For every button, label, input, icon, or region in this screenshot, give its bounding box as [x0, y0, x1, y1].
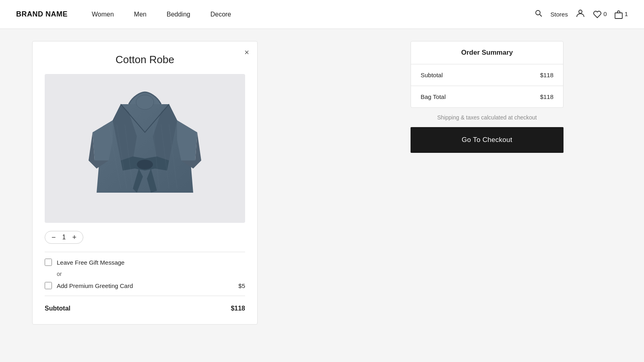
product-image — [45, 74, 245, 223]
header-right: Stores 0 1 — [535, 9, 628, 20]
summary-bag-total-row: Bag Total $118 — [411, 86, 563, 107]
wishlist-icon[interactable]: 0 — [593, 10, 607, 19]
gift-message-row: Leave Free Gift Message — [45, 259, 245, 266]
svg-line-1 — [540, 14, 542, 16]
account-icon[interactable] — [576, 9, 585, 20]
summary-subtotal-value: $118 — [540, 72, 553, 78]
gift-message-label[interactable]: Leave Free Gift Message — [57, 259, 245, 266]
greeting-card-row: Add Premium Greeting Card $5 — [45, 282, 245, 289]
nav-men[interactable]: Men — [134, 11, 147, 18]
nav-women[interactable]: Women — [92, 11, 114, 18]
quantity-stepper: − 1 + — [45, 231, 83, 244]
quantity-increase-button[interactable]: + — [72, 234, 76, 241]
order-summary-card: Order Summary Subtotal $118 Bag Total $1… — [411, 41, 564, 108]
order-summary-section: Order Summary Subtotal $118 Bag Total $1… — [411, 41, 564, 325]
divider-1 — [45, 252, 245, 252]
quantity-decrease-button[interactable]: − — [52, 234, 56, 241]
gift-message-checkbox[interactable] — [45, 259, 52, 266]
svg-point-11 — [136, 95, 154, 109]
quantity-value: 1 — [62, 234, 66, 241]
bag-icon[interactable]: 1 — [615, 10, 628, 19]
summary-subtotal-row: Subtotal $118 — [411, 64, 563, 86]
stores-link[interactable]: Stores — [551, 11, 568, 18]
order-summary-title: Order Summary — [411, 41, 563, 64]
nav-decore[interactable]: Decore — [211, 11, 231, 18]
svg-point-2 — [579, 10, 582, 13]
or-text: or — [57, 271, 245, 277]
cart-product-title: Cotton Robe — [45, 53, 245, 66]
close-button[interactable]: × — [244, 48, 249, 57]
cart-card: Cotton Robe × — [32, 41, 258, 325]
brand-name: BRAND NAME — [16, 10, 68, 19]
divider-2 — [45, 296, 245, 296]
greeting-card-label[interactable]: Add Premium Greeting Card — [57, 282, 233, 289]
shipping-note: Shipping & taxes calculated at checkout — [411, 114, 564, 121]
header: BRAND NAME Women Men Bedding Decore Stor… — [0, 0, 644, 29]
summary-bag-total-value: $118 — [540, 93, 553, 100]
summary-bag-total-label: Bag Total — [421, 93, 446, 100]
cart-subtotal-row: Subtotal $118 — [45, 302, 245, 312]
svg-point-4 — [137, 160, 153, 169]
main-nav: Women Men Bedding Decore — [92, 11, 535, 18]
main-content: Cotton Robe × — [0, 29, 644, 337]
cart-subtotal-label: Subtotal — [45, 305, 70, 312]
greeting-card-checkbox[interactable] — [45, 282, 52, 289]
cart-subtotal-value: $118 — [231, 305, 245, 312]
summary-subtotal-label: Subtotal — [421, 72, 443, 78]
gift-options: Leave Free Gift Message or Add Premium G… — [45, 259, 245, 289]
search-icon[interactable] — [535, 9, 543, 19]
svg-rect-3 — [615, 13, 622, 19]
checkout-button[interactable]: Go To Checkout — [411, 127, 564, 153]
greeting-card-price: $5 — [238, 282, 245, 289]
svg-point-0 — [536, 10, 540, 15]
nav-bedding[interactable]: Bedding — [167, 11, 190, 18]
